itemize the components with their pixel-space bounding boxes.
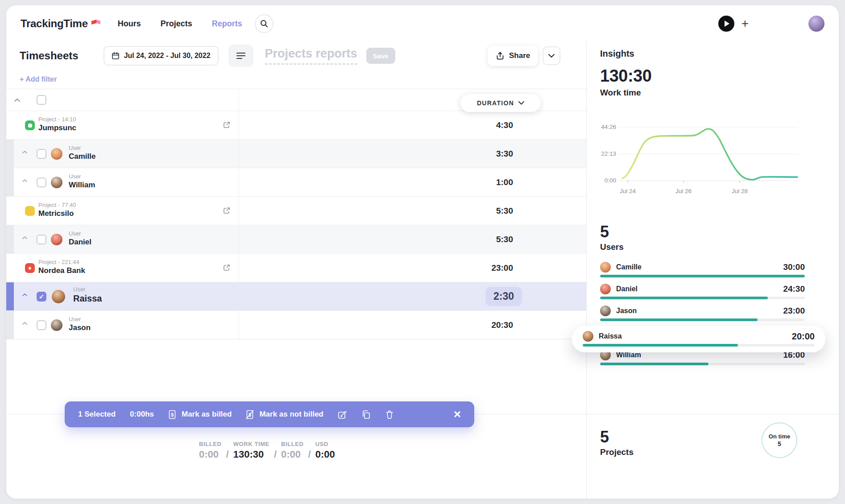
users-label: Users [600, 242, 805, 252]
calendar-icon [112, 52, 120, 60]
list-item[interactable]: Daniel 24:30 [600, 284, 805, 299]
share-button[interactable]: Share [488, 45, 538, 66]
timesheet-table: DURATION Project - 14:10 Jumpsunc 4:30 [6, 89, 586, 339]
add-filter-link[interactable]: + Add filter [20, 75, 57, 83]
user-name: Jason [616, 307, 637, 315]
row-meta: Project - 221:44 [38, 259, 85, 265]
row-name: Jumpsunc [38, 124, 76, 132]
row-labels: User Daniel [69, 230, 91, 247]
app-window: TrackingTime Hours Projects Reports + [6, 5, 839, 499]
projects-stats: 5 Projects [600, 428, 634, 457]
collapse-caret-icon[interactable] [22, 293, 27, 296]
add-button[interactable]: + [740, 17, 750, 30]
nav-item-reports[interactable]: Reports [212, 19, 242, 29]
table-header: DURATION [6, 89, 586, 111]
date-range-label: Jul 24, 2022 - Jul 30, 2022 [124, 52, 211, 60]
table-row-project[interactable]: Project - 77:40 Metricsilo 5:30 [6, 196, 586, 225]
row-checkbox[interactable] [37, 235, 46, 244]
insights-title: Insights [600, 49, 634, 59]
svg-text:0:00: 0:00 [605, 177, 616, 184]
row-checkbox[interactable] [37, 149, 46, 159]
share-icon [496, 51, 505, 60]
avatar [583, 331, 593, 342]
list-item-highlighted[interactable]: Raissa 20:00 [572, 326, 825, 352]
summary-usd: USD 0:00 [315, 441, 335, 460]
date-range-picker[interactable]: Jul 24, 2022 - Jul 30, 2022 [104, 46, 219, 66]
brand-name: TrackingTime [21, 17, 88, 30]
start-timer-button[interactable] [718, 16, 734, 32]
navbar-right: + [718, 16, 824, 32]
project-glyph-icon [28, 124, 32, 128]
collapse-caret-icon[interactable] [22, 179, 27, 182]
indent-strip [6, 311, 14, 339]
table-row-user[interactable]: User William 1:00 [6, 168, 586, 196]
share-options-button[interactable] [543, 46, 560, 65]
save-button[interactable]: Save [366, 48, 395, 64]
external-link-icon[interactable] [223, 121, 230, 128]
user-name: Daniel [616, 285, 638, 293]
progress-bar [600, 363, 805, 365]
svg-text:44:26: 44:26 [601, 124, 616, 130]
report-layout-button[interactable] [228, 45, 253, 67]
page-title: Timesheets [20, 50, 79, 62]
report-title-input[interactable]: Projects reports [265, 47, 357, 65]
row-checkbox[interactable] [37, 178, 46, 187]
project-glyph-icon: ★ [28, 266, 32, 271]
mark-as-billed-label: Mark as billed [182, 410, 232, 419]
search-button[interactable] [255, 14, 273, 33]
table-row-project[interactable]: ★ Project - 221:44 Nordea Bank 23:00 [6, 253, 586, 282]
external-link-icon[interactable] [223, 207, 230, 214]
collapse-caret-icon[interactable] [22, 236, 27, 239]
nav-item-hours[interactable]: Hours [118, 19, 141, 29]
table-row-user[interactable]: User Camille 3:30 [6, 139, 586, 168]
row-meta: User [69, 145, 95, 151]
insights-panel: Insights 130:30 Work time [586, 41, 839, 499]
selected-count: 1 Selected [78, 410, 116, 419]
share-cluster: Share [488, 44, 560, 68]
table-row-user[interactable]: User Daniel 5:30 [6, 225, 586, 253]
table-row-project[interactable]: Project - 14:10 Jumpsunc 4:30 [6, 111, 586, 139]
list-item[interactable]: Jason 23:00 [600, 306, 805, 321]
row-labels: Project - 77:40 Metricsilo [38, 202, 76, 218]
mark-as-billed-button[interactable]: $ Mark as billed [168, 410, 232, 419]
row-meta: User [73, 286, 102, 293]
close-toolbar-button[interactable]: × [454, 408, 461, 421]
user-name: Raissa [599, 332, 622, 340]
external-link-icon[interactable] [223, 264, 230, 271]
nav-item-projects[interactable]: Projects [161, 19, 192, 29]
duration-column-header[interactable]: DURATION [460, 94, 541, 112]
user-time: 24:30 [783, 284, 805, 294]
row-duration: 5:30 [239, 225, 513, 253]
mark-as-not-billed-button[interactable]: $ Mark as not billed [246, 410, 323, 419]
avatar [600, 284, 611, 294]
page-header: Timesheets Jul 24, 2022 - Jul 30, 2022 P… [20, 44, 395, 68]
row-meta: User [69, 316, 91, 322]
table-row-user-selected[interactable]: ✓ User Raissa 2:30 [6, 282, 586, 310]
trash-icon [385, 410, 394, 419]
table-row-user[interactable]: User Jason 20:30 [6, 310, 586, 339]
row-labels: Project - 221:44 Nordea Bank [38, 259, 85, 275]
brand-logo[interactable]: TrackingTime [21, 17, 102, 30]
indent-strip [6, 140, 14, 168]
collapse-all-caret-icon[interactable] [14, 96, 20, 103]
duplicate-button[interactable] [361, 410, 371, 419]
row-checkbox-checked[interactable]: ✓ [37, 292, 46, 302]
user-avatar[interactable] [808, 16, 824, 32]
projects-label: Projects [600, 447, 634, 457]
indent-strip [6, 282, 14, 310]
collapse-caret-icon[interactable] [22, 151, 27, 153]
mark-as-not-billed-label: Mark as not billed [259, 410, 323, 419]
list-item[interactable]: Camille 30:00 [600, 262, 805, 277]
avatar [600, 306, 611, 316]
collapse-caret-icon[interactable] [22, 322, 27, 325]
edit-button[interactable] [338, 410, 347, 419]
row-checkbox[interactable] [37, 320, 46, 330]
bulk-action-toolbar: 1 Selected 0:00hs $ Mark as billed $ Mar… [65, 401, 474, 427]
user-time: 20:00 [792, 331, 815, 342]
duplicate-icon [361, 410, 371, 419]
main-nav: Hours Projects Reports [118, 19, 242, 29]
selected-hours: 0:00hs [130, 410, 154, 419]
delete-button[interactable] [385, 410, 394, 419]
project-color-icon: ★ [25, 263, 35, 273]
select-all-checkbox[interactable] [37, 95, 46, 105]
